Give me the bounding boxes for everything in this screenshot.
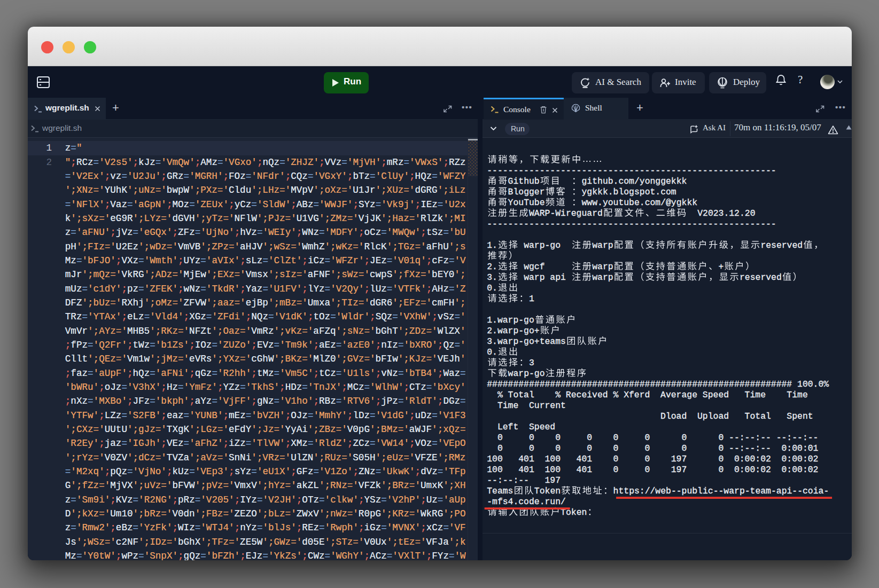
svg-text:V2023.12.20: V2023.12.20 xyxy=(687,208,756,218)
svg-text:2.warp-go+: 2.warp-go+ xyxy=(487,326,539,336)
svg-text:WARP-Wireguard: WARP-Wireguard xyxy=(529,208,603,218)
svg-text:Github: Github xyxy=(508,176,540,186)
svg-text:0 0 0 0 0 0: 0 0 0 0 0 0 0 0 --:--:-- 0:00:01 xyxy=(487,443,818,453)
svg-text:##############################: ########################################… xyxy=(487,379,829,389)
svg-text:1.: 1. xyxy=(487,240,497,250)
svg-text:Dload Upload Total Spent: Dload Upload Total Spent xyxy=(487,411,823,421)
svg-text:% Total % Received % Xferd: % Total % Received % Xferd Average Speed… xyxy=(487,390,823,400)
svg-text:warp: warp xyxy=(592,272,613,283)
svg-text:reserved: reserved xyxy=(740,272,782,283)
svg-text:+: + xyxy=(719,262,724,272)
svg-text:reserved: reserved xyxy=(760,240,803,250)
svg-text:Time Current: Time Current xyxy=(487,401,566,411)
svg-text:0.: 0. xyxy=(487,347,497,357)
svg-text:-mfs4.code.run/: -mfs4.code.run/ xyxy=(487,497,566,507)
svg-text:0.: 0. xyxy=(487,283,497,293)
svg-text:3.: 3. xyxy=(487,272,497,283)
svg-text:100 401 100 401 0: 100 401 100 401 0 0 197 0 0:00:02 0:00:0… xyxy=(487,454,818,464)
svg-text:3: 3 xyxy=(529,358,534,368)
svg-text:3.warp-go+teams: 3.warp-go+teams xyxy=(487,336,566,347)
svg-text:Teams: Teams xyxy=(487,486,513,496)
svg-text:100 401 100 401 0: 100 401 100 401 0 0 197 0 0:00:02 0:00:0… xyxy=(487,465,818,475)
svg-text:2.: 2. xyxy=(487,262,497,272)
svg-text:www.youtube.com/@ygkkk: www.youtube.com/@ygkkk xyxy=(582,198,698,208)
svg-text:wgcf: wgcf xyxy=(518,262,571,272)
svg-text:--:--:-- 197: --:--:-- 197 xyxy=(487,475,561,485)
svg-text:warp-go: warp-go xyxy=(518,240,571,250)
svg-text:0 0 0 0 0 0: 0 0 0 0 0 0 0 0 --:--:-- --:--:-- xyxy=(487,433,818,443)
svg-text:Blogger: Blogger xyxy=(508,187,545,197)
svg-text:warp-go: warp-go xyxy=(508,369,545,379)
svg-text:------------------------------: ----------------------------------------… xyxy=(487,166,776,176)
svg-text:1: 1 xyxy=(529,294,534,304)
svg-text:Token: Token xyxy=(534,486,561,496)
svg-text:Left Speed: Left Speed xyxy=(487,422,555,432)
svg-text:------------------------------: ----------------------------------------… xyxy=(487,219,776,229)
svg-text:ygkkk.blogspot.com: ygkkk.blogspot.com xyxy=(582,187,676,197)
svg-text:https://web--public--warp-team: https://web--public--warp-team-api--coia… xyxy=(613,486,829,496)
svg-text:github.com/yonggekkk: github.com/yonggekkk xyxy=(582,176,687,186)
svg-text:1.warp-go: 1.warp-go xyxy=(487,315,534,325)
svg-text:YouTube: YouTube xyxy=(508,198,545,208)
svg-text:warp api: warp api xyxy=(518,272,571,283)
svg-text:warp: warp xyxy=(592,240,613,250)
svg-text:warp: warp xyxy=(592,262,613,272)
